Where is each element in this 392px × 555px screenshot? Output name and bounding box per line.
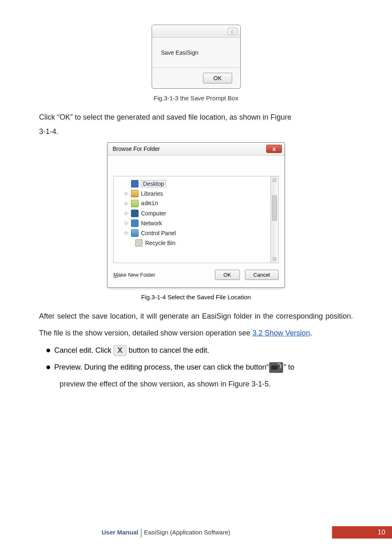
tree-item-label: Network (141, 220, 162, 227)
bullet-icon (46, 349, 50, 352)
cp-icon (131, 229, 138, 237)
comp-icon (131, 210, 138, 217)
bullet-preview: Preview. During the editing process, the… (54, 359, 353, 376)
folder-tree[interactable]: Desktop▷Libraries▷admin▷Computer▷Network… (113, 176, 279, 263)
expand-triangle-icon[interactable]: ▷ (125, 201, 129, 206)
show-version-link[interactable]: 3.2 Show Version (252, 329, 310, 337)
tree-item-label: Control Panel (141, 230, 176, 236)
bullet-icon (46, 365, 50, 369)
cancel-x-icon[interactable]: X (113, 345, 127, 356)
page-footer: User Manual|EasiSign (Application Softwa… (0, 526, 392, 539)
tree-item[interactable]: ▷Libraries (117, 189, 278, 199)
body-paragraph: preview the effect of the show version, … (54, 376, 353, 393)
scrollbar[interactable] (270, 176, 278, 263)
user-icon (131, 200, 138, 207)
net-icon (131, 220, 138, 227)
figure-caption-314: Fig.3-1-4 Select the Saved File Location (39, 294, 353, 301)
tree-item-label: Recycle Bin (145, 240, 175, 246)
tree-item[interactable]: Desktop (117, 179, 278, 189)
ok-button[interactable]: OK (203, 73, 232, 83)
close-icon[interactable]: x (266, 145, 282, 153)
expand-triangle-icon[interactable]: ▷ (125, 230, 129, 236)
close-icon[interactable]: ⌂ (228, 28, 237, 35)
figure-caption-313: Fig.3-1-3 the Save Prompt Box (39, 95, 353, 102)
preview-icon[interactable] (269, 362, 283, 373)
lib-icon (131, 190, 138, 197)
expand-triangle-icon[interactable]: ▷ (125, 191, 129, 196)
bin-icon (135, 239, 143, 247)
tree-item-label: Desktop (141, 180, 166, 187)
body-paragraph: After select the save location, it will … (39, 308, 353, 342)
save-dialog-message: Save EasiSign (152, 38, 240, 67)
save-prompt-dialog: ⌂ Save EasiSign OK (152, 25, 241, 89)
tree-item[interactable]: ▷Control Panel (117, 228, 278, 238)
ok-button[interactable]: OK (215, 270, 240, 280)
body-paragraph: 3-1-4. (39, 123, 353, 140)
browse-folder-dialog: Browse For Folder x Desktop▷Libraries▷ad… (107, 142, 285, 288)
desktop-icon (131, 180, 138, 187)
tree-item[interactable]: ▷admin (117, 199, 278, 208)
tree-item[interactable]: ▷Computer (117, 208, 278, 218)
expand-triangle-icon[interactable]: ▷ (125, 210, 129, 216)
tree-item-label: admin (141, 200, 158, 207)
make-new-folder-link[interactable]: Make New Folder (113, 272, 155, 278)
page-number: 10 (332, 526, 392, 539)
cancel-button[interactable]: Cancel (245, 270, 279, 280)
tree-item-label: Computer (141, 210, 166, 217)
browse-dialog-title: Browse For Folder (113, 146, 160, 152)
tree-item[interactable]: ▷Network (117, 218, 278, 228)
save-dialog-titlebar: ⌂ (152, 25, 240, 38)
tree-item[interactable]: Recycle Bin (117, 238, 278, 248)
bullet-cancel-edit: Cancel edit. Click X button to cancel th… (54, 342, 353, 359)
tree-item-label: Libraries (141, 190, 163, 197)
expand-triangle-icon[interactable]: ▷ (125, 220, 129, 226)
